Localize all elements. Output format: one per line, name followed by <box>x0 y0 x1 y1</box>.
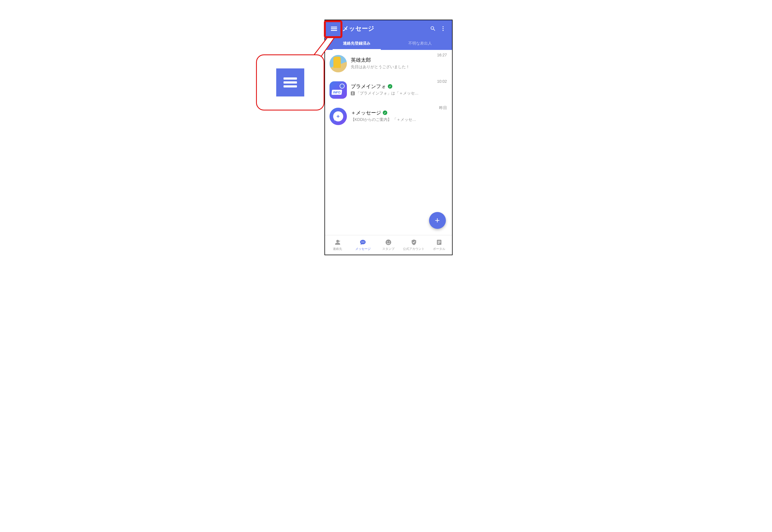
nav-contacts[interactable]: 連絡先 <box>325 235 351 255</box>
nav-label: スタンプ <box>382 247 395 251</box>
avatar-photo <box>329 55 347 72</box>
more-button[interactable] <box>438 24 448 34</box>
nav-messages[interactable]: メッセージ <box>350 235 376 255</box>
conversation-list: 16:27 英雄太郎 先日はありがとうございました！ 10:02 INFO <box>325 50 452 235</box>
official-icon <box>410 239 418 246</box>
row-text: プラメインフォ 「プラメインフォ」は「＋メッセ… <box>351 81 448 96</box>
row-text: ＋メッセージ 【KDDIからのご案内】 「＋メッセ… <box>351 108 448 122</box>
hamburger-icon <box>331 26 337 32</box>
verified-icon <box>383 110 387 115</box>
app-bar: メッセージ <box>325 20 452 37</box>
svg-rect-13 <box>438 243 439 244</box>
tab-label: 連絡先登録済み <box>343 41 370 46</box>
timestamp: 10:02 <box>437 79 447 84</box>
callout-bubble <box>256 54 324 110</box>
avatar-plus-message <box>329 108 347 125</box>
contacts-icon <box>334 239 342 246</box>
nav-portal[interactable]: ポータル <box>427 235 452 255</box>
info-badge-label: INFO <box>331 90 342 95</box>
row-text: 英雄太郎 先日はありがとうございました！ <box>351 55 448 70</box>
message-preview: 「プラメインフォ」は「＋メッセ… <box>351 91 448 96</box>
messages-icon <box>359 239 367 246</box>
svg-point-1 <box>443 26 444 27</box>
contact-card-icon <box>351 91 355 95</box>
svg-point-9 <box>389 241 390 242</box>
compose-fab[interactable]: + <box>429 212 446 229</box>
search-button[interactable] <box>428 24 438 34</box>
svg-rect-12 <box>438 242 441 243</box>
message-preview: 【KDDIからのご案内】 「＋メッセ… <box>351 117 448 122</box>
nav-label: 連絡先 <box>333 247 342 251</box>
tab-unknown[interactable]: 不明な差出人 <box>388 37 452 50</box>
avatar-info: INFO <box>329 81 347 99</box>
preview-text: 先日はありがとうございました！ <box>351 65 410 70</box>
svg-point-3 <box>443 30 444 31</box>
timestamp: 16:27 <box>437 53 447 57</box>
nav-official[interactable]: 公式アカウント <box>401 235 427 255</box>
svg-point-4 <box>361 242 362 243</box>
contact-name: プラメインフォ <box>351 83 386 90</box>
svg-point-8 <box>387 241 388 242</box>
search-icon <box>430 26 436 32</box>
menu-button[interactable] <box>329 24 339 34</box>
contact-name: 英雄太郎 <box>351 57 371 63</box>
tab-bar: 連絡先登録済み 不明な差出人 <box>325 37 452 50</box>
svg-point-5 <box>363 242 363 243</box>
contact-name: ＋メッセージ <box>351 109 381 116</box>
nav-label: 公式アカウント <box>403 247 425 251</box>
svg-rect-11 <box>438 241 441 241</box>
svg-point-7 <box>386 239 391 245</box>
stamp-icon <box>384 239 392 246</box>
conversation-row[interactable]: 10:02 INFO プラメインフォ 「プラメインフォ」は「＋メッセ… <box>325 76 452 103</box>
conversation-row[interactable]: 16:27 英雄太郎 先日はありがとうございました！ <box>325 50 452 76</box>
stage: メッセージ 連絡先登録済み 不明な差出人 16:27 英雄太郎 <box>204 11 568 264</box>
svg-point-6 <box>364 242 365 243</box>
svg-point-2 <box>443 28 444 29</box>
message-preview: 先日はありがとうございました！ <box>351 65 448 70</box>
preview-text: 「プラメインフォ」は「＋メッセ… <box>356 91 419 96</box>
app-title: メッセージ <box>342 24 428 33</box>
phone-frame: メッセージ 連絡先登録済み 不明な差出人 16:27 英雄太郎 <box>324 20 453 255</box>
nav-label: メッセージ <box>355 247 371 251</box>
preview-text: 【KDDIからのご案内】 「＋メッセ… <box>351 117 416 122</box>
portal-icon <box>435 239 443 246</box>
nav-stamp[interactable]: スタンプ <box>376 235 401 255</box>
conversation-row[interactable]: 昨日 ＋メッセージ 【KDDIからのご案内】 「＋メッセ… <box>325 103 452 129</box>
bottom-nav: 連絡先 メッセージ スタンプ 公式アカウント <box>325 235 452 255</box>
verified-icon <box>388 84 392 89</box>
tab-label: 不明な差出人 <box>408 41 432 46</box>
more-vert-icon <box>440 26 446 32</box>
nav-label: ポータル <box>433 247 445 251</box>
plus-icon: + <box>435 216 440 225</box>
tab-registered[interactable]: 連絡先登録済み <box>325 37 389 50</box>
timestamp: 昨日 <box>439 105 447 110</box>
speech-bubble-icon <box>333 111 343 121</box>
hamburger-icon-large <box>276 68 304 96</box>
